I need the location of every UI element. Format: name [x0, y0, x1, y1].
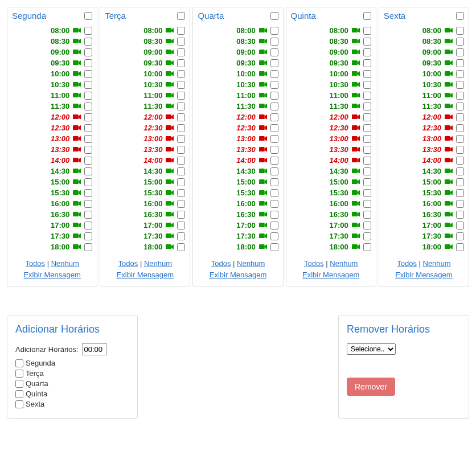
slot-checkbox[interactable]: [363, 178, 371, 186]
remove-button[interactable]: Remover: [347, 378, 395, 396]
slot-checkbox[interactable]: [363, 211, 371, 219]
select-none-link[interactable]: Nenhum: [237, 259, 265, 268]
slot-checkbox[interactable]: [363, 200, 371, 208]
slot-checkbox[interactable]: [270, 178, 278, 186]
select-none-link[interactable]: Nenhum: [51, 259, 79, 268]
slot-checkbox[interactable]: [270, 135, 278, 143]
slot-checkbox[interactable]: [363, 27, 371, 35]
slot-checkbox[interactable]: [177, 189, 185, 197]
slot-checkbox[interactable]: [456, 211, 464, 219]
slot-checkbox[interactable]: [177, 124, 185, 132]
slot-checkbox[interactable]: [270, 103, 278, 110]
slot-checkbox[interactable]: [270, 38, 278, 46]
slot-checkbox[interactable]: [363, 92, 371, 100]
slot-checkbox[interactable]: [363, 189, 371, 197]
slot-checkbox[interactable]: [84, 48, 92, 56]
slot-checkbox[interactable]: [363, 124, 371, 132]
slot-checkbox[interactable]: [84, 222, 92, 230]
slot-checkbox[interactable]: [363, 135, 371, 143]
slot-checkbox[interactable]: [363, 113, 371, 121]
slot-checkbox[interactable]: [270, 189, 278, 197]
slot-checkbox[interactable]: [177, 27, 185, 35]
day-select-checkbox[interactable]: [270, 12, 278, 20]
slot-checkbox[interactable]: [363, 103, 371, 110]
select-all-link[interactable]: Todos: [118, 259, 138, 268]
select-all-link[interactable]: Todos: [211, 259, 231, 268]
slot-checkbox[interactable]: [84, 124, 92, 132]
slot-checkbox[interactable]: [177, 222, 185, 230]
slot-checkbox[interactable]: [84, 81, 92, 89]
slot-checkbox[interactable]: [363, 38, 371, 46]
slot-checkbox[interactable]: [270, 146, 278, 154]
slot-checkbox[interactable]: [270, 48, 278, 56]
slot-checkbox[interactable]: [84, 27, 92, 35]
slot-checkbox[interactable]: [177, 59, 185, 67]
slot-checkbox[interactable]: [456, 167, 464, 175]
slot-checkbox[interactable]: [363, 146, 371, 154]
slot-checkbox[interactable]: [177, 243, 185, 251]
slot-checkbox[interactable]: [456, 27, 464, 35]
add-day-checkbox-quarta[interactable]: [15, 380, 23, 388]
slot-checkbox[interactable]: [270, 113, 278, 121]
slot-checkbox[interactable]: [177, 135, 185, 143]
slot-checkbox[interactable]: [363, 157, 371, 165]
slot-checkbox[interactable]: [456, 70, 464, 78]
show-message-link[interactable]: Exibir Mensagem: [117, 271, 174, 279]
slot-checkbox[interactable]: [270, 222, 278, 230]
slot-checkbox[interactable]: [84, 135, 92, 143]
slot-checkbox[interactable]: [270, 70, 278, 78]
slot-checkbox[interactable]: [456, 146, 464, 154]
slot-checkbox[interactable]: [84, 92, 92, 100]
slot-checkbox[interactable]: [456, 48, 464, 56]
slot-checkbox[interactable]: [177, 38, 185, 46]
slot-checkbox[interactable]: [270, 27, 278, 35]
slot-checkbox[interactable]: [456, 92, 464, 100]
slot-checkbox[interactable]: [456, 222, 464, 230]
show-message-link[interactable]: Exibir Mensagem: [302, 271, 359, 279]
slot-checkbox[interactable]: [177, 146, 185, 154]
slot-checkbox[interactable]: [84, 232, 92, 240]
slot-checkbox[interactable]: [270, 232, 278, 240]
slot-checkbox[interactable]: [270, 59, 278, 67]
slot-checkbox[interactable]: [456, 178, 464, 186]
slot-checkbox[interactable]: [177, 211, 185, 219]
slot-checkbox[interactable]: [270, 157, 278, 165]
slot-checkbox[interactable]: [177, 178, 185, 186]
slot-checkbox[interactable]: [84, 200, 92, 208]
slot-checkbox[interactable]: [270, 92, 278, 100]
slot-checkbox[interactable]: [84, 70, 92, 78]
slot-checkbox[interactable]: [177, 232, 185, 240]
slot-checkbox[interactable]: [84, 211, 92, 219]
select-none-link[interactable]: Nenhum: [330, 259, 358, 268]
slot-checkbox[interactable]: [84, 146, 92, 154]
slot-checkbox[interactable]: [456, 113, 464, 121]
slot-checkbox[interactable]: [456, 189, 464, 197]
slot-checkbox[interactable]: [456, 200, 464, 208]
add-schedule-time-input[interactable]: [82, 343, 107, 355]
day-select-checkbox[interactable]: [456, 12, 464, 20]
select-all-link[interactable]: Todos: [397, 259, 417, 268]
slot-checkbox[interactable]: [177, 92, 185, 100]
slot-checkbox[interactable]: [84, 243, 92, 251]
slot-checkbox[interactable]: [177, 81, 185, 89]
slot-checkbox[interactable]: [456, 124, 464, 132]
select-all-link[interactable]: Todos: [304, 259, 324, 268]
slot-checkbox[interactable]: [363, 232, 371, 240]
slot-checkbox[interactable]: [363, 70, 371, 78]
slot-checkbox[interactable]: [270, 124, 278, 132]
slot-checkbox[interactable]: [270, 211, 278, 219]
slot-checkbox[interactable]: [84, 59, 92, 67]
select-none-link[interactable]: Nenhum: [144, 259, 172, 268]
slot-checkbox[interactable]: [177, 113, 185, 121]
slot-checkbox[interactable]: [84, 167, 92, 175]
slot-checkbox[interactable]: [270, 243, 278, 251]
select-all-link[interactable]: Todos: [25, 259, 45, 268]
show-message-link[interactable]: Exibir Mensagem: [23, 271, 80, 279]
add-day-checkbox-segunda[interactable]: [15, 359, 23, 367]
slot-checkbox[interactable]: [84, 103, 92, 110]
slot-checkbox[interactable]: [177, 200, 185, 208]
slot-checkbox[interactable]: [84, 113, 92, 121]
add-day-checkbox-terca[interactable]: [15, 370, 23, 378]
day-select-checkbox[interactable]: [363, 12, 371, 20]
slot-checkbox[interactable]: [456, 38, 464, 46]
